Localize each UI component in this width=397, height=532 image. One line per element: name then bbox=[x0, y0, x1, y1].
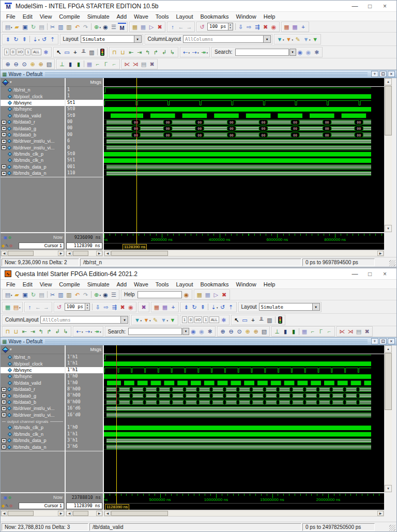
scroll-left-button[interactable]: ◀ bbox=[1, 251, 7, 256]
grid-view-icon[interactable]: ▦ bbox=[85, 60, 94, 68]
chevron-down-icon[interactable]: ▾ bbox=[38, 38, 40, 41]
close-button[interactable]: × bbox=[377, 3, 392, 10]
expand-icon[interactable]: + bbox=[2, 120, 6, 125]
chevron-down-icon[interactable]: ▾ bbox=[11, 294, 12, 297]
zoom-cursor-icon[interactable]: ⊕ bbox=[252, 327, 260, 336]
waveform-canvas[interactable]: 0000000000000000000000000000000000000000… bbox=[104, 78, 384, 232]
chevron-down-icon[interactable]: ▾ bbox=[149, 319, 151, 322]
scroll-right-button[interactable]: ▶ bbox=[96, 511, 102, 516]
force-clock-button[interactable]: 1 bbox=[25, 49, 30, 55]
edge-rise-find-icon[interactable]: ⌐ bbox=[94, 60, 102, 68]
signal-value[interactable]: 16'd6 bbox=[66, 405, 103, 412]
search-forward-icon[interactable]: ◉ bbox=[189, 327, 197, 336]
menu-add[interactable]: Add bbox=[113, 281, 131, 287]
values-hscrollbar[interactable]: ◀▶ bbox=[66, 250, 103, 256]
chevron-down-icon[interactable]: ▾ bbox=[100, 294, 101, 297]
dock-plus-button[interactable]: + bbox=[371, 71, 378, 77]
run-continue-icon[interactable]: ⇨ bbox=[245, 23, 253, 31]
run-icon[interactable]: ⇩ bbox=[237, 23, 245, 31]
wave-cut-icon[interactable]: ⊓ bbox=[111, 48, 119, 56]
search-options-icon[interactable]: ✱ bbox=[206, 327, 214, 336]
undo-icon[interactable]: ↶ bbox=[73, 23, 82, 31]
break-run-icon[interactable]: ✖ bbox=[262, 23, 270, 31]
open-folder-icon[interactable]: ▰ bbox=[13, 23, 21, 31]
signal-row[interactable]: /tb/tmds_clk_n bbox=[1, 157, 65, 163]
search-options-icon[interactable]: ✱ bbox=[313, 48, 321, 56]
undock-button[interactable]: ⊡ bbox=[379, 71, 387, 77]
collapse-sync-icon[interactable]: ↺ bbox=[40, 35, 49, 43]
group-recollapse-icon[interactable]: ↻ bbox=[12, 35, 20, 43]
wave-options-icon[interactable] bbox=[2, 79, 9, 86]
wave-paste-icon[interactable]: ⊔ bbox=[119, 48, 127, 56]
edge-stretch-left-icon[interactable]: ↰ bbox=[37, 327, 45, 336]
memory-profile-icon[interactable]: ▦ bbox=[161, 303, 169, 311]
edge-delete-icon[interactable]: ⇥ bbox=[28, 327, 37, 336]
expand-icon[interactable]: + bbox=[2, 139, 6, 144]
chevron-down-icon[interactable]: ▼ bbox=[134, 36, 141, 42]
force-io-button[interactable]: I/O bbox=[194, 316, 202, 323]
names-hscrollbar[interactable]: ◀▶ bbox=[1, 510, 65, 516]
filter-apply-icon[interactable]: ▼ bbox=[169, 316, 177, 324]
signal-row[interactable]: +/tb/data0_b bbox=[1, 132, 65, 138]
signal-value[interactable]: 1'h1 bbox=[66, 431, 103, 437]
add-wave-cursor-icon[interactable]: ⊥ bbox=[58, 60, 66, 68]
signal-value[interactable]: 1'h0 bbox=[66, 373, 103, 379]
menu-bookmarks[interactable]: Bookmarks bbox=[197, 281, 233, 287]
edge-delete-icon[interactable]: ⇥ bbox=[135, 48, 144, 56]
collapse-sync-icon[interactable]: ↺ bbox=[219, 303, 227, 311]
signal-row[interactable]: /tb/pixel_clock bbox=[1, 360, 65, 367]
run-all-icon[interactable]: ⇶ bbox=[253, 23, 262, 31]
values-hscrollbar[interactable]: ◀▶ bbox=[66, 510, 103, 516]
scroll-right-button[interactable]: ▶ bbox=[96, 251, 102, 256]
print-icon[interactable]: ▤ bbox=[38, 291, 46, 299]
signal-value[interactable]: St1 bbox=[66, 157, 103, 163]
edge-move-right-icon[interactable]: ↳ bbox=[62, 327, 70, 336]
schematic-icon[interactable]: ▦ bbox=[4, 303, 12, 311]
signal-row[interactable]: /tb/data_valid bbox=[1, 113, 65, 119]
scroll-right-button[interactable]: ▶ bbox=[377, 511, 384, 516]
menu-window[interactable]: Window bbox=[233, 281, 260, 287]
break-enable-icon[interactable] bbox=[278, 316, 282, 324]
signal-row[interactable]: /tb/rst_n bbox=[1, 87, 65, 93]
signal-value[interactable]: St0 bbox=[66, 106, 103, 112]
panel-drag-lines[interactable] bbox=[45, 340, 368, 344]
zoom-full-icon[interactable]: ⊙ bbox=[235, 327, 243, 336]
chevron-down-icon[interactable]: ▾ bbox=[11, 26, 12, 29]
lock-cursor-icon[interactable]: ◆ bbox=[2, 244, 5, 248]
maximize-button[interactable]: □ bbox=[362, 3, 377, 10]
wave-panel-header[interactable]: ▦ Wave - Default +⊡× bbox=[1, 337, 396, 345]
zoom-in-cursor-icon[interactable]: ⊕ bbox=[28, 60, 37, 68]
columnlayout-select[interactable]: AllColumns▼ bbox=[40, 316, 128, 324]
copy-icon[interactable]: ▥ bbox=[57, 291, 65, 299]
cut-icon[interactable]: ✂ bbox=[49, 291, 57, 299]
goto-line-icon[interactable]: ☰ bbox=[110, 291, 118, 299]
wave-pane-icon[interactable]: ▮ bbox=[66, 60, 74, 68]
spinner-arrows[interactable]: ▲▼ bbox=[85, 303, 89, 310]
menu-wave[interactable]: Wave bbox=[130, 281, 152, 287]
menu-window[interactable]: Window bbox=[233, 13, 260, 20]
edge-insert-icon[interactable]: ⇤ bbox=[20, 327, 28, 336]
compile-all-icon[interactable]: ▦ bbox=[139, 23, 147, 31]
zoom-out-icon[interactable]: ⊖ bbox=[12, 60, 20, 68]
zoom-full-icon[interactable]: ⊙ bbox=[20, 60, 28, 68]
signal-row[interactable]: /tb/tmds_clk_p bbox=[1, 424, 65, 431]
menu-bookmarks[interactable]: Bookmarks bbox=[197, 13, 233, 20]
chevron-down-icon[interactable]: ▾ bbox=[197, 51, 199, 54]
compile-icon[interactable]: ▦ bbox=[131, 23, 139, 31]
menu-help[interactable]: Help bbox=[260, 281, 279, 287]
wave-paste-icon[interactable]: ⊔ bbox=[12, 327, 20, 336]
edge-move-left-icon[interactable]: ↲ bbox=[53, 327, 62, 336]
select-mode-icon[interactable]: ↖ bbox=[233, 316, 241, 324]
expand-icon[interactable]: + bbox=[2, 400, 6, 404]
menu-tools[interactable]: Tools bbox=[152, 281, 173, 287]
collapse-all-icon[interactable]: ⇡ bbox=[227, 303, 235, 311]
cursor-name[interactable]: Cursor 1 bbox=[19, 242, 64, 249]
show-all-button[interactable]: ALL bbox=[209, 316, 219, 323]
signal-value[interactable]: 3'h1 bbox=[66, 437, 103, 444]
zoom-in-icon[interactable]: ⊕ bbox=[4, 60, 12, 68]
signal-row[interactable]: /tb/data_valid bbox=[1, 380, 65, 386]
signal-row[interactable]: /tb/pixel_clock bbox=[1, 93, 65, 99]
collapse-all-icon[interactable]: ⇡ bbox=[49, 35, 57, 43]
menu-compile[interactable]: Compile bbox=[55, 13, 83, 20]
wave-vertical-scrollbar[interactable]: ▲ ▼ bbox=[384, 345, 392, 492]
